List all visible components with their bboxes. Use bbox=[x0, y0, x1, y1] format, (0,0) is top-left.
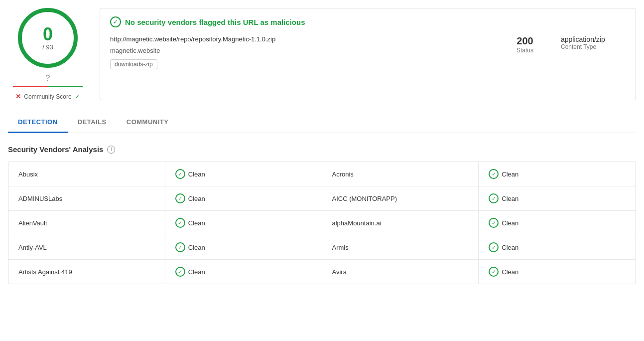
vendor-name-cell: ADMINUSLabs bbox=[8, 186, 165, 210]
vendor-status-cell: ✓ Clean bbox=[165, 260, 322, 284]
table-row: Antiy-AVL ✓ Clean Armis ✓ Clean bbox=[8, 235, 636, 260]
vendor-status-right: ✓ Clean bbox=[489, 169, 626, 179]
vendor-name: ADMINUSLabs bbox=[18, 195, 155, 202]
vendor-name: AlienVault bbox=[18, 219, 155, 227]
url-info-row: http://magnetic.website/repo/repository.… bbox=[110, 35, 626, 69]
vendor-name-right: Acronis bbox=[332, 170, 469, 178]
check-circle-icon: ✓ bbox=[175, 242, 185, 252]
tab-community[interactable]: COMMUNITY bbox=[117, 112, 179, 133]
check-circle-icon-right: ✓ bbox=[489, 267, 499, 277]
vendor-name-cell-right: AICC (MONITORAPP) bbox=[322, 186, 479, 210]
status-code: 200 bbox=[516, 35, 533, 47]
vendor-status: ✓ Clean bbox=[175, 169, 312, 179]
vendor-status: ✓ Clean bbox=[175, 218, 312, 228]
section-title: Security Vendors' Analysis bbox=[8, 145, 103, 154]
tabs-row: DETECTION DETAILS COMMUNITY bbox=[8, 112, 636, 133]
table-row: Artists Against 419 ✓ Clean Avira ✓ Clea… bbox=[8, 260, 636, 284]
top-section: 0 / 93 ? ✕ Community Score ✓ ✓ No securi… bbox=[8, 8, 636, 100]
vendor-name-cell: AlienVault bbox=[8, 211, 165, 235]
check-circle-icon: ✓ bbox=[175, 267, 185, 277]
vendor-name-right: alphaMountain.ai bbox=[332, 219, 469, 227]
vendor-status-text-right: Clean bbox=[502, 244, 518, 251]
x-icon: ✕ bbox=[15, 93, 21, 100]
clean-banner: ✓ No security vendors flagged this URL a… bbox=[110, 16, 626, 27]
domain-text: magnetic.website bbox=[110, 47, 275, 54]
clean-banner-text: No security vendors flagged this URL as … bbox=[125, 18, 305, 26]
vendor-status-right: ✓ Clean bbox=[489, 193, 626, 203]
clean-banner-icon: ✓ bbox=[110, 16, 121, 27]
vendor-status-text-right: Clean bbox=[502, 170, 518, 178]
vendor-status-right: ✓ Clean bbox=[489, 218, 626, 228]
status-section: 200 Status bbox=[505, 35, 545, 54]
detection-section: Security Vendors' Analysis i Abusix ✓ Cl… bbox=[8, 145, 636, 284]
status-label: Status bbox=[516, 47, 533, 54]
tabs-section: DETECTION DETAILS COMMUNITY bbox=[8, 112, 636, 133]
vendor-name-cell: Artists Against 419 bbox=[8, 260, 165, 284]
tag-downloads-zip: downloads-zip bbox=[110, 59, 157, 69]
vendor-status-text-right: Clean bbox=[502, 268, 518, 276]
content-type-label: Content Type bbox=[561, 43, 596, 50]
table-row: ADMINUSLabs ✓ Clean AICC (MONITORAPP) ✓ … bbox=[8, 186, 636, 211]
vendor-name-cell-right: alphaMountain.ai bbox=[322, 211, 479, 235]
vendor-status-cell-right: ✓ Clean bbox=[479, 211, 636, 235]
check-circle-icon-right: ✓ bbox=[489, 218, 499, 228]
vendor-status-text: Clean bbox=[188, 195, 205, 202]
vendor-name-right: Avira bbox=[332, 268, 469, 276]
vendor-name-right: Armis bbox=[332, 244, 469, 251]
vendor-status-right: ✓ Clean bbox=[489, 242, 626, 252]
vendor-status: ✓ Clean bbox=[175, 267, 312, 277]
vendor-status-text-right: Clean bbox=[502, 219, 518, 227]
url-text: http://magnetic.website/repo/repository.… bbox=[110, 35, 275, 43]
community-question: ? bbox=[46, 74, 50, 83]
content-type-value: application/zip bbox=[561, 35, 605, 43]
vendor-status-cell-right: ✓ Clean bbox=[479, 162, 636, 186]
vendor-name-cell-right: Armis bbox=[322, 235, 479, 259]
vendor-name: Artists Against 419 bbox=[18, 268, 155, 276]
check-icon-community: ✓ bbox=[75, 93, 80, 100]
vendor-name: Abusix bbox=[18, 170, 155, 178]
section-title-row: Security Vendors' Analysis i bbox=[8, 145, 636, 154]
vendor-name-cell: Abusix bbox=[8, 162, 165, 186]
vendor-status-right: ✓ Clean bbox=[489, 267, 626, 277]
vendor-status-cell: ✓ Clean bbox=[165, 235, 322, 259]
score-total: / 93 bbox=[42, 43, 53, 51]
vendor-status-text-right: Clean bbox=[502, 195, 518, 202]
tab-detection[interactable]: DETECTION bbox=[8, 112, 68, 133]
vendor-status-text: Clean bbox=[188, 219, 205, 227]
vendor-status-cell: ✓ Clean bbox=[165, 211, 322, 235]
vendor-name-cell: Antiy-AVL bbox=[8, 235, 165, 259]
check-circle-icon-right: ✓ bbox=[489, 169, 499, 179]
check-circle-icon-right: ✓ bbox=[489, 242, 499, 252]
community-label: Community Score bbox=[24, 93, 71, 100]
vendor-status-cell-right: ✓ Clean bbox=[479, 235, 636, 259]
url-domain-block: http://magnetic.website/repo/repository.… bbox=[110, 35, 275, 69]
check-circle-icon-right: ✓ bbox=[489, 193, 499, 203]
content-type-section: application/zip Content Type bbox=[561, 35, 626, 50]
vendor-name-right: AICC (MONITORAPP) bbox=[332, 195, 469, 202]
score-panel: 0 / 93 ? ✕ Community Score ✓ bbox=[8, 8, 88, 100]
check-circle-icon: ✓ bbox=[175, 169, 185, 179]
vendor-status-text: Clean bbox=[188, 244, 205, 251]
table-row: Abusix ✓ Clean Acronis ✓ Clean bbox=[8, 162, 636, 186]
score-divider bbox=[13, 86, 83, 87]
vendor-status-cell-right: ✓ Clean bbox=[479, 186, 636, 210]
vendor-status: ✓ Clean bbox=[175, 242, 312, 252]
vendor-status: ✓ Clean bbox=[175, 193, 312, 203]
vendor-status-cell: ✓ Clean bbox=[165, 162, 322, 186]
page-wrapper: 0 / 93 ? ✕ Community Score ✓ ✓ No securi… bbox=[0, 0, 644, 292]
vendor-name-cell-right: Acronis bbox=[322, 162, 479, 186]
vendor-status-text: Clean bbox=[188, 170, 205, 178]
check-circle-icon: ✓ bbox=[175, 193, 185, 203]
vendor-name: Antiy-AVL bbox=[18, 244, 155, 251]
info-panel: ✓ No security vendors flagged this URL a… bbox=[100, 8, 636, 100]
community-score-row: ✕ Community Score ✓ bbox=[15, 93, 80, 100]
vendor-name-cell-right: Avira bbox=[322, 260, 479, 284]
info-icon[interactable]: i bbox=[107, 146, 115, 154]
check-circle-icon: ✓ bbox=[175, 218, 185, 228]
score-circle: 0 / 93 bbox=[18, 8, 78, 68]
score-value: 0 bbox=[43, 25, 53, 43]
vendor-status-cell: ✓ Clean bbox=[165, 186, 322, 210]
vendor-status-text: Clean bbox=[188, 268, 205, 276]
vendor-status-cell-right: ✓ Clean bbox=[479, 260, 636, 284]
tab-details[interactable]: DETAILS bbox=[68, 112, 117, 133]
